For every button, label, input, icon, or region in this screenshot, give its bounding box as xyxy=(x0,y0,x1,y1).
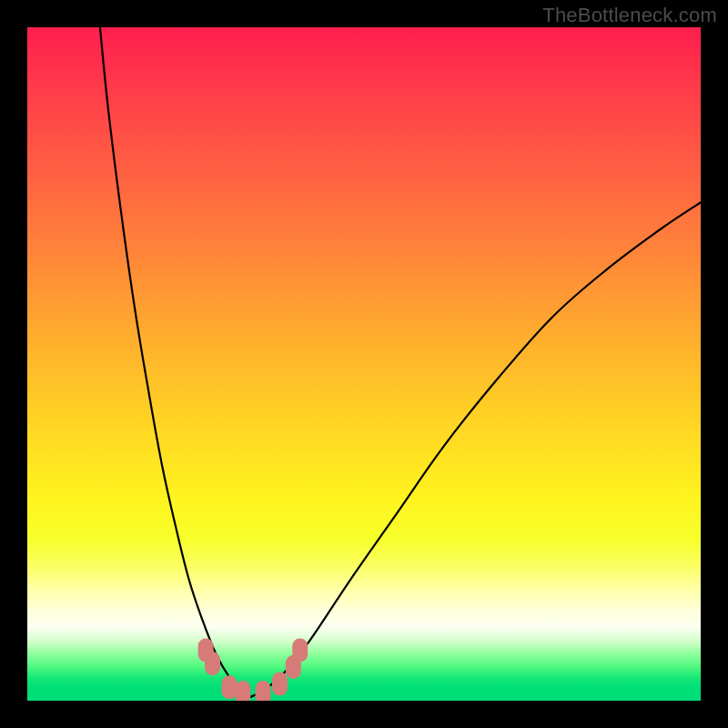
chart-svg xyxy=(27,27,701,701)
marker xyxy=(222,675,238,699)
marker xyxy=(205,652,220,675)
marker xyxy=(256,681,271,701)
chart-frame: TheBottleneck.com xyxy=(0,0,728,728)
marker xyxy=(292,639,308,662)
plot-area xyxy=(27,27,701,701)
curve-group xyxy=(100,27,701,697)
watermark-text: TheBottleneck.com xyxy=(542,4,717,27)
marker xyxy=(235,681,250,701)
marker xyxy=(272,672,288,696)
curve-left-branch xyxy=(100,27,249,697)
curve-right-branch xyxy=(249,202,701,697)
marker-group xyxy=(198,639,308,702)
